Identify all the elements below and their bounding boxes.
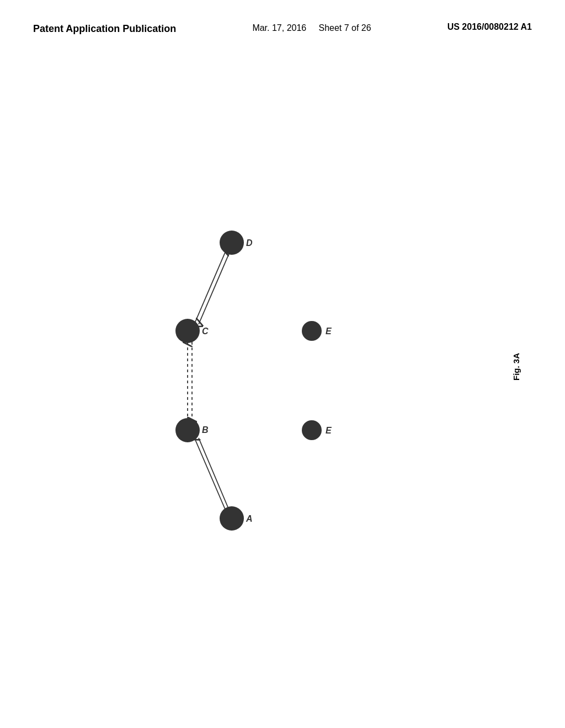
line-cd-2 bbox=[199, 250, 231, 324]
node-e1 bbox=[302, 321, 322, 341]
publication-date: Mar. 17, 2016 bbox=[252, 23, 306, 33]
label-b: B bbox=[202, 425, 209, 435]
sheet-info: Sheet 7 of 26 bbox=[318, 23, 371, 33]
node-b bbox=[175, 418, 200, 442]
patent-number: US 2016/0080212 A1 bbox=[447, 22, 532, 32]
line-ab-1 bbox=[194, 437, 226, 512]
label-c: C bbox=[202, 326, 209, 336]
line-cd-1 bbox=[194, 250, 226, 324]
node-e2 bbox=[302, 420, 322, 440]
label-d: D bbox=[246, 238, 253, 248]
header-center: Mar. 17, 2016 Sheet 7 of 26 bbox=[252, 22, 371, 34]
line-ab-2 bbox=[199, 438, 230, 512]
label-e1: E bbox=[326, 326, 332, 336]
diagram-area: Fig. 3A bbox=[0, 88, 565, 640]
node-c bbox=[175, 319, 200, 343]
label-a: A bbox=[246, 514, 253, 523]
node-a bbox=[220, 506, 244, 531]
node-d bbox=[220, 231, 244, 255]
publication-title: Patent Application Publication bbox=[33, 22, 176, 36]
label-e2: E bbox=[326, 426, 332, 435]
